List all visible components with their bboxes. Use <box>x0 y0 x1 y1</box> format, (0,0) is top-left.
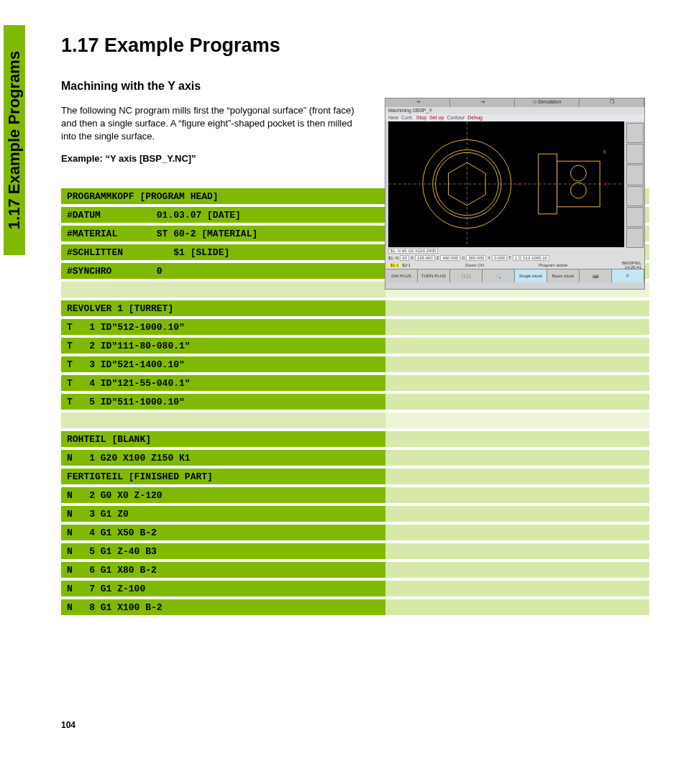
page-heading: 1.17 Example Programs <box>61 34 650 57</box>
code-cell-left: #MATERIAL ST 60-2 [MATERIAL] <box>61 226 385 241</box>
code-row: T 4 ID"121-55-040.1" <box>61 375 649 391</box>
svg-text:+X: +X <box>516 182 522 187</box>
tab-simulation[interactable]: ◇ Simulation <box>515 98 580 107</box>
section-subheading: Machining with the Y axis <box>61 80 650 93</box>
btn-new[interactable]: New <box>388 114 398 121</box>
right-softkeys <box>626 123 644 249</box>
main-content: 1.17 Example Programs Machining with the… <box>61 0 650 618</box>
sk-single-block[interactable]: Single block <box>515 269 547 282</box>
code-row <box>61 412 649 428</box>
softkey-r3[interactable] <box>626 165 644 185</box>
program-status: Program active <box>539 263 567 267</box>
code-cell-left: T 4 ID"121-55-040.1" <box>61 375 385 391</box>
tab-1[interactable]: ⇥ <box>385 98 450 107</box>
val-z: 400.000 <box>440 255 460 261</box>
sk-basic-block[interactable]: Basic block <box>547 269 580 282</box>
code-cell-right <box>385 469 649 484</box>
code-row: REVOLVER 1 [TURRET] <box>61 300 649 316</box>
btn-cont[interactable]: Cont. <box>401 114 413 121</box>
svg-point-8 <box>570 165 586 181</box>
softkey-r6[interactable] <box>626 228 644 248</box>
code-cell-left: T 3 ID"521-1400.10" <box>61 356 385 372</box>
screenshot-toolbar: New Cont. Stop Set up Contour Debug <box>385 114 644 121</box>
val-n: 65 <box>400 255 409 261</box>
svg-text:X: X <box>603 149 606 155</box>
code-cell-right <box>385 319 649 335</box>
code-cell-left: T 2 ID"111-80-080.1" <box>61 338 385 354</box>
btn-contour[interactable]: Contour <box>447 114 465 121</box>
simulation-screenshot: ⇥ ⇥ ◇ Simulation ❐ Machining SBSP_Y New … <box>385 98 645 290</box>
code-cell-left: N 5 G1 Z-40 B3 <box>61 543 385 559</box>
code-row: FERTIGTEIL [FINISHED PART] <box>61 469 649 484</box>
code-cell-left: #DATUM 01.03.07 [DATE] <box>61 207 385 223</box>
code-row: N 7 G1 Z-100 <box>61 581 649 596</box>
btn-debug[interactable]: Debug <box>467 114 483 121</box>
code-cell-right <box>385 599 649 615</box>
softkey-r4[interactable] <box>626 186 644 206</box>
val-t: 1 <box>513 255 519 261</box>
softkey-r2[interactable] <box>626 144 644 164</box>
code-cell-left: PROGRAMMKOPF [PROGRAM HEAD] <box>61 188 385 204</box>
status-row-2: $1: N 65 X 220.000 Z 400.000 C 300.000 Y… <box>385 254 644 262</box>
sk-zoom[interactable]: 🔍 <box>483 269 515 282</box>
svg-text:+C: +C <box>603 182 609 187</box>
code-row: N 6 G1 X80 B-2 <box>61 562 649 578</box>
code-cell-right <box>385 581 649 596</box>
svg-point-9 <box>570 183 586 198</box>
code-cell-right <box>385 338 649 354</box>
val-x: 220.000 <box>415 255 435 261</box>
status-line: $1: N 65 G0 X220 Z400 <box>388 248 438 254</box>
code-row: N 8 G1 X100 B-2 <box>61 599 649 615</box>
code-cell-right <box>385 412 649 428</box>
status-row-3: $1:1 $2:1 Zoom ON Program active BEISPIE… <box>385 262 644 269</box>
slide-2[interactable]: $2:1 <box>402 263 411 267</box>
code-cell-left: N 3 G1 Z0 <box>61 506 385 522</box>
code-row: N 5 G1 Z-40 B3 <box>61 543 649 559</box>
code-cell-left: N 2 G0 X0 Z-120 <box>61 487 385 503</box>
code-row: T 5 ID"511-1000.10" <box>61 394 649 410</box>
code-cell-right <box>385 487 649 503</box>
code-cell-left: N 7 G1 Z-100 <box>61 581 385 596</box>
sk-din[interactable]: DIN PLUS <box>385 269 418 282</box>
sk-exit[interactable]: ⎘ <box>612 269 644 282</box>
code-cell-left: N 8 G1 X100 B-2 <box>61 599 385 615</box>
code-row: N 3 G1 Z0 <box>61 506 649 522</box>
code-cell-left: ROHTEIL [BLANK] <box>61 431 385 447</box>
code-cell-right <box>385 562 649 578</box>
code-cell-right <box>385 506 649 522</box>
code-row: N 2 G0 X0 Z-120 <box>61 487 649 503</box>
code-cell-left: N 1 G20 X100 Z150 K1 <box>61 450 385 466</box>
slide-1[interactable]: $1:1 <box>388 263 401 267</box>
tab-2[interactable]: ⇥ <box>450 98 515 107</box>
sk-keyboard[interactable]: ⌨ <box>580 269 612 282</box>
code-row: T 1 ID"512-1000.10" <box>61 319 649 335</box>
code-cell-left <box>61 282 385 298</box>
machining-label: Machining SBSP_Y <box>385 107 644 114</box>
softkey-r1[interactable] <box>626 123 644 143</box>
sk-turn[interactable]: TURN PLUS <box>418 269 450 282</box>
bottom-softkeys: DIN PLUS TURN PLUS ☐ ☐ 🔍 Single block Ba… <box>385 269 644 282</box>
code-row: T 3 ID"521-1400.10" <box>61 356 649 372</box>
val-y: 0.000 <box>492 255 507 261</box>
code-cell-left: N 6 G1 X80 B-2 <box>61 562 385 578</box>
val-c: 300.000 <box>466 255 486 261</box>
screenshot-tabbar: ⇥ ⇥ ◇ Simulation ❐ <box>385 98 644 107</box>
side-tab: 1.17 Example Programs <box>4 25 25 255</box>
code-cell-left <box>61 412 385 428</box>
code-cell-left: #SCHLITTEN $1 [SLIDE] <box>61 244 385 260</box>
status-row-1: $1: N 65 G0 X220 Z400 <box>385 247 644 254</box>
code-row: N 1 G20 X100 Z150 K1 <box>61 450 649 466</box>
code-row: N 4 G1 X50 B-2 <box>61 525 649 540</box>
tab-4[interactable]: ❐ <box>580 98 644 107</box>
code-cell-right <box>385 525 649 540</box>
btn-setup[interactable]: Set up <box>429 114 444 121</box>
zoom-status: Zoom ON <box>465 263 484 267</box>
intro-paragraph: The following NC program mills first the… <box>61 104 363 143</box>
simulation-drawing: +C X +X <box>388 121 624 247</box>
btn-stop[interactable]: Stop <box>416 114 426 121</box>
val-tool: 512-1000.10 <box>521 255 549 261</box>
softkey-r5[interactable] <box>626 207 644 227</box>
code-cell-left: #SYNCHRO 0 <box>61 263 385 279</box>
code-cell-right <box>385 431 649 447</box>
sk-icons[interactable]: ☐ ☐ <box>450 269 483 282</box>
